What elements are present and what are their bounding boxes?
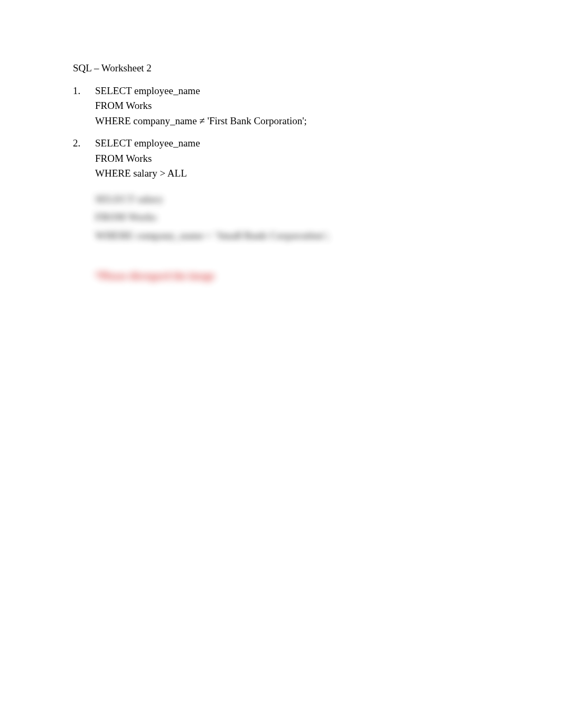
document-title: SQL – Worksheet 2 <box>73 61 508 76</box>
blurred-line: WHERE company_name = 'Small Bank Corpora… <box>95 228 508 244</box>
code-line: FROM Works <box>95 98 508 114</box>
blurred-line: FROM Works <box>95 210 508 225</box>
item-body: SELECT employee_name FROM Works WHERE co… <box>95 84 508 129</box>
code-line: SELECT employee_name <box>95 84 508 99</box>
code-line: FROM Works <box>95 151 508 167</box>
blurred-content: *Please disregard the image <box>95 269 508 284</box>
item-number: 2. <box>73 136 95 181</box>
code-line: WHERE company_name ≠ 'First Bank Corpora… <box>95 114 508 129</box>
code-line: WHERE salary > ALL <box>95 166 508 181</box>
list-item: 1. SELECT employee_name FROM Works WHERE… <box>73 84 508 129</box>
item-body: SELECT employee_name FROM Works WHERE sa… <box>95 136 508 181</box>
blurred-content: SELECT salary FROM Works WHERE company_n… <box>95 192 508 244</box>
blurred-line: SELECT salary <box>95 192 508 207</box>
code-line: SELECT employee_name <box>95 136 508 151</box>
item-number: 1. <box>73 84 95 129</box>
list-item: 2. SELECT employee_name FROM Works WHERE… <box>73 136 508 181</box>
blurred-line-red: *Please disregard the image <box>95 269 508 284</box>
